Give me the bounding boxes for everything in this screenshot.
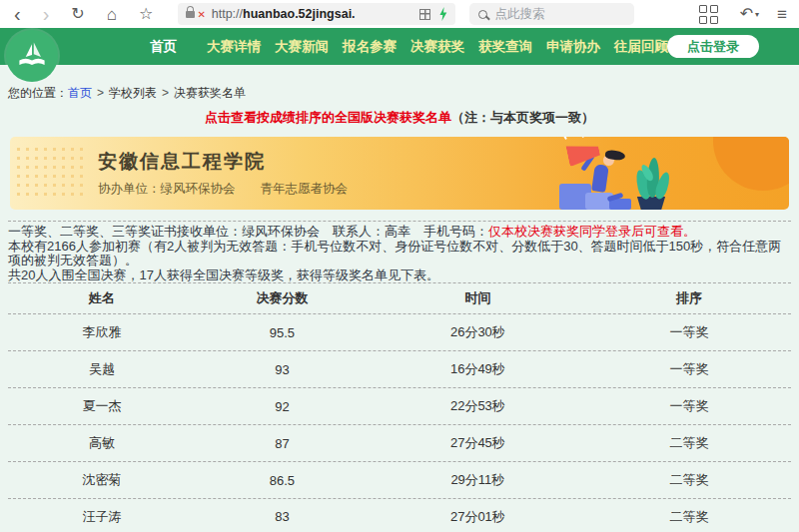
plant-pot-shape — [635, 197, 667, 210]
cell-name: 夏一杰 — [8, 397, 196, 415]
certificate-receiver-text: 一等奖、二等奖、三等奖证书接收单位：绿风环保协会 联系人：高幸 手机号码： — [8, 224, 488, 239]
site-logo[interactable] — [6, 30, 58, 82]
login-button[interactable]: 点击登录 — [667, 35, 759, 58]
home-icon[interactable]: ⌂ — [107, 6, 117, 23]
cell-name: 沈密菊 — [8, 471, 196, 489]
breadcrumb-current: 决赛获奖名单 — [174, 86, 246, 100]
co-organizer-subtitle: 协办单位：绿风环保协会 青年志愿者协会 — [98, 181, 348, 198]
browser-window: ‹ › ↻ ⌂ ☆ ✕ http://huanbao.52jingsai. ↶ … — [0, 0, 799, 532]
header-time: 时间 — [369, 289, 588, 307]
menu-icon[interactable]: ≡ — [777, 6, 787, 23]
nav-item-register[interactable]: 报名参赛 — [343, 38, 397, 56]
cell-time: 29分11秒 — [369, 471, 588, 489]
back-icon[interactable]: ‹ — [14, 4, 21, 24]
table-row: 高敏 87 27分45秒 二等奖 — [8, 424, 791, 461]
url-scheme: http:// — [212, 7, 243, 21]
cell-score: 95.5 — [196, 325, 368, 340]
header-name: 姓名 — [8, 289, 196, 307]
qr-code-icon[interactable] — [419, 9, 430, 20]
header-final-score: 决赛分数 — [196, 289, 368, 307]
nav-item-home[interactable]: 首页 — [150, 38, 177, 56]
award-intro-paragraph: 一等奖、二等奖、三等奖证书接收单位：绿风环保协会 联系人：高幸 手机号码：仅本校… — [8, 221, 791, 282]
final-stats-text: 共20人入围全国决赛，17人获得全国决赛等级奖，获得等级奖名单见下表。 — [8, 267, 439, 282]
search-icon — [478, 10, 487, 19]
cell-rank: 一等奖 — [587, 397, 791, 415]
breadcrumb: 您的位置：首页>学校列表>决赛获奖名单 — [0, 65, 799, 102]
cell-name: 李欣雅 — [8, 323, 196, 341]
table-row: 吴越 93 16分49秒 一等奖 — [8, 350, 791, 387]
header-rank: 排序 — [587, 289, 791, 307]
nav-item-contest-details[interactable]: 大赛详情 — [207, 38, 261, 56]
bookmark-star-icon[interactable]: ☆ — [139, 6, 153, 22]
cell-time: 22分53秒 — [369, 397, 588, 415]
table-row: 汪子涛 83 27分01秒 二等奖 — [8, 498, 791, 532]
apps-grid-icon[interactable] — [699, 5, 718, 24]
lightning-icon[interactable] — [438, 7, 447, 21]
url-host: huanbao.52jingsai. — [243, 7, 356, 21]
cell-time: 27分45秒 — [369, 434, 588, 452]
cell-name: 吴越 — [8, 360, 196, 378]
cell-score: 93 — [196, 362, 368, 377]
nav-item-contest-news[interactable]: 大赛新闻 — [275, 38, 329, 56]
address-bar[interactable]: ✕ http://huanbao.52jingsai. — [178, 3, 455, 25]
toolbar-right: ↶ ▾ ≡ — [687, 5, 793, 24]
breadcrumb-home-link[interactable]: 首页 — [68, 86, 92, 100]
national-ranking-link[interactable]: 点击查看按成绩排序的全国版决赛获奖名单 — [205, 110, 451, 125]
cell-time: 27分01秒 — [369, 508, 588, 526]
school-banner: 安徽信息工程学院 协办单位：绿风环保协会 青年志愿者协会 — [10, 137, 789, 210]
address-bar-actions — [419, 7, 447, 21]
person-figure — [591, 164, 609, 193]
undo-caret-icon[interactable]: ▾ — [755, 10, 759, 19]
browser-toolbar: ‹ › ↻ ⌂ ☆ ✕ http://huanbao.52jingsai. ↶ … — [0, 0, 799, 28]
cell-rank: 二等奖 — [587, 434, 791, 452]
awards-table: 姓名 决赛分数 时间 排序 李欣雅 95.5 26分30秒 一等奖 吴越 93 … — [8, 282, 791, 532]
nav-item-past-editions[interactable]: 往届回顾 — [614, 38, 668, 56]
cell-time: 16分49秒 — [369, 360, 588, 378]
spark-shape — [561, 137, 567, 140]
national-ranking-note: （注：与本页奖项一致） — [451, 110, 594, 125]
cell-score: 92 — [196, 399, 368, 414]
phone-login-required-text: 仅本校决赛获奖同学登录后可查看。 — [488, 224, 696, 239]
undo-icon[interactable]: ↶ — [740, 6, 753, 22]
cell-score: 87 — [196, 436, 368, 451]
cell-name: 汪子涛 — [8, 508, 196, 526]
breadcrumb-separator: > — [97, 86, 104, 100]
nav-item-final-awards[interactable]: 决赛获奖 — [410, 38, 464, 56]
cell-rank: 一等奖 — [587, 360, 791, 378]
cell-score: 83 — [196, 509, 368, 524]
cell-rank: 二等奖 — [587, 508, 791, 526]
preliminary-stats-text: 本校有2166人参加初赛（有2人被判为无效答题：手机号位数不对、身份证号位数不对… — [8, 239, 781, 268]
cell-score: 86.5 — [196, 473, 368, 488]
sun-shape — [713, 137, 789, 191]
page-content: 您的位置：首页>学校列表>决赛获奖名单 点击查看按成绩排序的全国版决赛获奖名单（… — [0, 65, 799, 532]
dots-pattern — [14, 145, 86, 202]
breadcrumb-label: 您的位置： — [8, 86, 68, 100]
school-name-title: 安徽信息工程学院 — [98, 149, 266, 175]
insecure-x-icon: ✕ — [197, 9, 205, 20]
megaphone-icon — [565, 137, 601, 167]
url-text[interactable]: http://huanbao.52jingsai. — [212, 7, 356, 21]
table-row: 沈密菊 86.5 29分11秒 二等奖 — [8, 461, 791, 498]
nav-item-apply-coorganize[interactable]: 申请协办 — [546, 38, 600, 56]
national-ranking-notice: 点击查看按成绩排序的全国版决赛获奖名单（注：与本页奖项一致） — [0, 109, 799, 127]
breadcrumb-separator: > — [162, 86, 169, 100]
forward-icon[interactable]: › — [43, 4, 50, 24]
cell-rank: 一等奖 — [587, 323, 791, 341]
nav-items: 首页 大赛详情 大赛新闻 报名参赛 决赛获奖 获奖查询 申请协办 往届回顾 — [150, 38, 668, 56]
spark-shape — [581, 137, 586, 138]
breadcrumb-school-list: 学校列表 — [109, 86, 157, 100]
logo-emblem-icon — [14, 38, 50, 74]
reload-icon[interactable]: ↻ — [71, 6, 84, 22]
cell-name: 高敏 — [8, 434, 196, 452]
banner-illustration — [519, 137, 789, 210]
table-header-row: 姓名 决赛分数 时间 排序 — [8, 282, 791, 313]
insecure-lock-icon — [186, 11, 195, 18]
cell-time: 26分30秒 — [369, 323, 588, 341]
search-input[interactable] — [494, 7, 625, 21]
search-box[interactable] — [469, 3, 634, 25]
cell-rank: 二等奖 — [587, 471, 791, 489]
table-row: 夏一杰 92 22分53秒 一等奖 — [8, 387, 791, 424]
table-row: 李欣雅 95.5 26分30秒 一等奖 — [8, 313, 791, 350]
site-nav: 首页 大赛详情 大赛新闻 报名参赛 决赛获奖 获奖查询 申请协办 往届回顾 点击… — [0, 28, 799, 65]
nav-item-award-query[interactable]: 获奖查询 — [478, 38, 532, 56]
